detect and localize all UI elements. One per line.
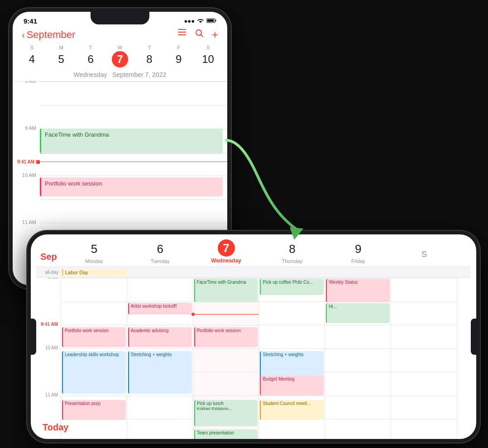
notch [91,12,149,24]
lc-col-wednesday: FaceTime with Grandma Portfolio work ses… [193,278,259,439]
time-label-10am: 10 AM [13,172,40,178]
event-mon-leadership[interactable]: Leadership skills workshop [62,351,126,394]
week-day-sun: S 4 [17,45,47,68]
event-wed-portfolio[interactable]: Portfolio work session [194,327,258,347]
landscape-phone: Sep 5 Monday 6 Tuesday 7 Wednesday 8 Thu… [27,231,480,443]
event-wed-team[interactable]: Team presentation [194,429,258,439]
lc-current-time-indicator [193,313,259,316]
header-icons: + [177,29,218,41]
event-wed-lunch[interactable]: Pick up lunchKokkari Estiatorio... [194,400,258,426]
current-time-line [40,162,227,162]
event-thu-student-council[interactable]: Student Council meeti... [260,400,324,420]
event-facetime[interactable]: FaceTime with Grandma [40,129,223,154]
lc-dayname-wed: Wednesday [193,257,259,264]
lc-daynum-6: 6 [152,240,169,257]
time-entry-11am: 11 AM [36,396,61,419]
time-entry-9am: 9 AM [36,278,61,301]
lc-daynum-5: 5 [86,240,103,257]
selected-date-label: Wednesday September 7, 2022 [13,70,227,81]
lc-daynum-7: 7 [218,239,235,257]
current-time-dot [36,160,40,164]
time-line-8am [40,81,227,82]
event-portfolio-title: Portfolio work session [45,180,102,187]
landscape-notch-right [471,319,476,355]
lc-col-monday: Portfolio work session Leadership skills… [61,278,127,439]
lc-col-saturday [391,278,457,439]
day-view[interactable]: 8 AM 9 AM FaceTime with Grandma 9:41 AM … [13,81,227,226]
time-slot-11am: 11 AM [13,223,227,226]
lc-month-label: Sep [36,252,61,267]
event-tue-stretching[interactable]: Stretching + weights [128,351,192,394]
current-time-line-landscape [195,314,258,315]
battery-icon [206,18,216,24]
time-slot-1030 [13,199,227,223]
status-icons: ●●● [184,18,216,24]
lc-header: Sep 5 Monday 6 Tuesday 7 Wednesday 8 Thu… [36,234,471,267]
event-wed-facetime[interactable]: FaceTime with Grandma [194,279,258,302]
lc-daynum-9: 9 [349,240,367,257]
time-slot-8am: 8 AM [13,81,227,105]
lc-col-tuesday: Artist workshop kickoff! Academic advisi… [127,278,193,439]
event-thu-budget[interactable]: Budget Meeting [260,376,324,396]
month-nav[interactable]: ‹ September [22,29,75,41]
lc-allday-label: all-day [36,270,61,275]
lc-dayname-thu: Thursday [259,258,325,264]
lc-time-column: 9 AM 9:41 AM 10 AM 11 AM Noon 1 PM 2 PM … [36,278,61,439]
time-label-11am: 11 AM [13,219,40,225]
week-row: S 4 M 5 T 6 W 7 T 8 F 9 S 10 [13,45,227,68]
lc-dayname-mon: Monday [61,258,127,264]
event-fri-weekly[interactable]: Weekly Status [326,279,390,302]
lc-col-thursday: Pick up coffee Philz Co... Stretching + … [259,278,325,439]
search-icon[interactable] [195,29,204,41]
event-fri-hi[interactable]: Hi... [326,303,390,323]
svg-rect-2 [207,19,214,22]
event-facetime-title: FaceTime with Grandma [45,131,109,138]
landscape-notch-left [31,319,36,355]
time-label-9am: 9 AM [13,125,40,131]
event-portfolio[interactable]: Portfolio work session [40,177,223,196]
event-thu-coffee[interactable]: Pick up coffee Philz Co... [260,279,324,295]
lc-allday-mon: Labor Day [61,268,127,276]
lc-body: 9 AM 9:41 AM 10 AM 11 AM Noon 1 PM 2 PM … [36,278,471,439]
time-label-8am: 8 AM [13,81,40,84]
current-time-portrait: 9:41 AM [13,159,36,164]
lc-day-sat[interactable]: S [391,246,457,267]
week-day-fri: F 9 [164,45,193,68]
calendar-header: ‹ September + [13,27,227,45]
week-day-tue: T 6 [76,45,105,68]
time-slot-830 [13,105,227,129]
svg-rect-1 [215,20,216,22]
wifi-icon [197,18,204,24]
svg-line-7 [201,35,203,37]
lc-dayname-tue: Tuesday [127,258,193,264]
week-day-mon: M 5 [47,45,76,68]
lc-col-friday: Weekly Status Hi... [325,278,391,439]
event-tue-academic[interactable]: Academic advising [128,327,192,347]
lc-day-wed[interactable]: 7 Wednesday [193,239,259,267]
week-day-thu: T 8 [134,45,164,68]
event-mon-portfolio[interactable]: Portfolio work session [62,327,126,347]
lc-dayname-fri: Friday [325,258,391,264]
add-icon[interactable]: + [212,29,218,41]
lc-daynum-8: 8 [283,240,301,257]
lc-day-fri[interactable]: 9 Friday [325,240,391,267]
time-entry-10am: 10 AM [36,348,61,372]
labor-day-event[interactable]: Labor Day [62,269,126,276]
lc-day-mon[interactable]: 5 Monday [61,240,127,267]
signal-icon: ●●● [184,18,195,24]
event-mon-presentation[interactable]: Presentation prep [62,400,126,420]
lc-last-col [457,278,471,439]
list-icon[interactable] [177,29,187,41]
status-time: 9:41 [24,17,37,25]
event-tue-artist[interactable]: Artist workshop kickoff! [128,303,192,315]
lc-daynum-s: S [416,246,433,263]
landscape-calendar: Sep 5 Monday 6 Tuesday 7 Wednesday 8 Thu… [36,234,471,439]
back-chevron-icon[interactable]: ‹ [22,30,25,40]
week-day-sat: S 10 [193,45,223,68]
lc-allday-row: all-day Labor Day [36,267,471,278]
month-title: September [27,29,76,41]
lc-day-tue[interactable]: 6 Tuesday [127,240,193,267]
week-day-wed: W 7 [105,45,135,68]
lc-day-thu[interactable]: 8 Thursday [259,240,325,267]
today-button[interactable]: Today [43,422,68,433]
